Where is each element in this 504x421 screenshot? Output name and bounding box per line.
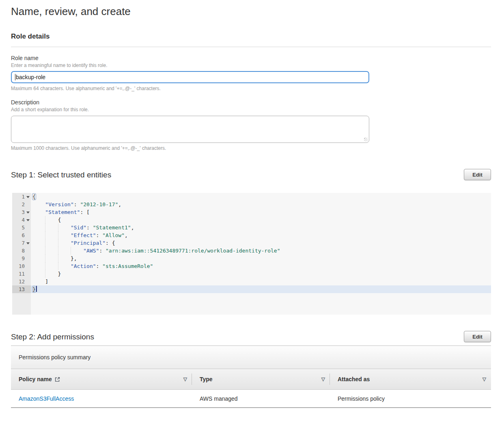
code-token: "Principal": [71, 240, 106, 246]
gutter-cell: 4: [12, 216, 31, 224]
code-token: "Statement": [45, 209, 80, 215]
gutter-cell: 2: [12, 201, 31, 208]
line-number: 4: [22, 216, 25, 224]
code-token: [32, 209, 45, 215]
line-number: 7: [22, 239, 25, 247]
editor-empty-area: [12, 293, 491, 315]
step2-header: Step 2: Add permissions Edit: [11, 331, 491, 342]
permissions-summary-panel: Permissions policy summary Policy name▽T…: [11, 345, 491, 408]
gutter-cell: 3: [12, 208, 31, 216]
code-token: [32, 225, 71, 231]
step2-section: Step 2: Add permissions Edit Permissions…: [11, 331, 491, 408]
gutter-cell: 13: [12, 285, 31, 293]
step1-heading: Step 1: Select trusted entities: [11, 170, 111, 179]
description-field: Description Add a short explanation for …: [11, 99, 491, 151]
gutter-cell: 6: [12, 231, 31, 239]
gutter-cell: 5: [12, 224, 31, 231]
code-text: }: [31, 285, 491, 293]
line-number: 8: [22, 247, 25, 255]
code-token: "Version": [45, 201, 73, 207]
code-line-4: 4 {: [12, 216, 491, 224]
code-token: [32, 201, 45, 207]
line-number: 9: [22, 255, 25, 262]
indent-guide: [58, 224, 58, 231]
role-name-value: backup-role: [16, 74, 45, 80]
code-text: "Principal": {: [31, 239, 491, 247]
permissions-panel-title: Permissions policy summary: [11, 346, 491, 369]
indent-guide: [45, 255, 45, 262]
code-text: "Action": "sts:AssumeRole": [31, 262, 491, 270]
indent-guide: [58, 255, 58, 262]
code-text: ]: [31, 278, 491, 285]
indent-guide: [45, 247, 45, 255]
code-fill: [31, 293, 491, 315]
indent-guide: [58, 231, 58, 239]
permissions-table-body: AmazonS3FullAccessAWS managedPermissions…: [11, 390, 491, 407]
code-token: :: [96, 232, 103, 238]
matched-bracket: {: [32, 193, 36, 200]
indent-guide: [45, 231, 45, 239]
indent-guide: [45, 270, 45, 278]
indent-guide: [45, 262, 45, 270]
sort-dropdown-icon[interactable]: ▽: [183, 377, 187, 382]
code-text: "Sid": "Statement1",: [31, 224, 491, 231]
fold-toggle-icon[interactable]: [26, 219, 30, 221]
code-text: {: [31, 216, 491, 224]
indent-guide: [45, 224, 45, 231]
line-number: 13: [19, 285, 25, 293]
gutter-cell: 9: [12, 255, 31, 262]
code-line-1: 1{: [12, 193, 491, 201]
line-number: 6: [22, 231, 25, 239]
fold-toggle-icon[interactable]: [26, 196, 30, 198]
line-number: 10: [19, 262, 25, 270]
step1-section: Step 1: Select trusted entities Edit 1{2…: [11, 169, 491, 315]
column-header-type: Type▽: [192, 369, 330, 389]
attached-as-cell: Permissions policy: [330, 390, 491, 407]
sort-dropdown-icon[interactable]: ▽: [482, 377, 486, 382]
code-token: "Sid": [71, 225, 86, 231]
step2-edit-button[interactable]: Edit: [464, 331, 491, 342]
code-text: }: [31, 270, 491, 278]
code-line-3: 3 "Statement": [: [12, 208, 491, 216]
trust-policy-editor[interactable]: 1{2 "Version": "2012-10-17",3 "Statement…: [12, 193, 491, 315]
matched-bracket: }: [32, 286, 36, 293]
column-header-policy-name: Policy name▽: [11, 369, 192, 389]
textarea-resize-handle[interactable]: [364, 138, 368, 141]
gutter-cell: 7: [12, 239, 31, 247]
step2-heading: Step 2: Add permissions: [11, 332, 94, 341]
sort-dropdown-icon[interactable]: ▽: [321, 377, 325, 382]
code-token: "Action": [71, 263, 96, 269]
indent-guide: [58, 262, 58, 270]
policy-name-link[interactable]: AmazonS3FullAccess: [19, 395, 74, 402]
code-token: {: [32, 217, 61, 223]
description-constraint: Maximum 1000 characters. Use alphanumeri…: [11, 145, 491, 151]
code-token: :: [86, 225, 93, 231]
description-label: Description: [11, 99, 491, 106]
line-number: 11: [19, 270, 25, 278]
description-textarea[interactable]: [11, 116, 369, 143]
table-row: AmazonS3FullAccessAWS managedPermissions…: [11, 390, 491, 407]
code-token: [32, 232, 71, 238]
code-text: "Version": "2012-10-17",: [31, 201, 491, 208]
step1-edit-button[interactable]: Edit: [464, 169, 491, 180]
code-line-9: 9 },: [12, 255, 491, 262]
code-lines: 1{2 "Version": "2012-10-17",3 "Statement…: [12, 193, 491, 293]
line-number: 2: [22, 201, 25, 208]
code-token: : [: [80, 209, 89, 215]
indent-guide: [58, 247, 58, 255]
code-token: "AWS": [83, 248, 99, 254]
code-token: [32, 263, 71, 269]
code-token: "Statement1": [93, 225, 131, 231]
role-name-input[interactable]: backup-role: [11, 71, 369, 83]
code-text: },: [31, 255, 491, 262]
iam-create-role-review-page: Name, review, and create Role details Ro…: [0, 5, 504, 408]
line-number: 12: [19, 278, 25, 285]
fold-toggle-icon[interactable]: [26, 212, 30, 214]
code-token: }: [32, 271, 61, 277]
gutter-cell: 12: [12, 278, 31, 285]
code-line-8: 8 "AWS": "arn:aws:iam::541263489771:role…: [12, 247, 491, 255]
indent-guide: [58, 239, 58, 247]
role-name-description: Enter a meaningful name to identify this…: [11, 63, 491, 68]
line-number: 3: [22, 208, 25, 216]
fold-toggle-icon[interactable]: [26, 242, 30, 244]
